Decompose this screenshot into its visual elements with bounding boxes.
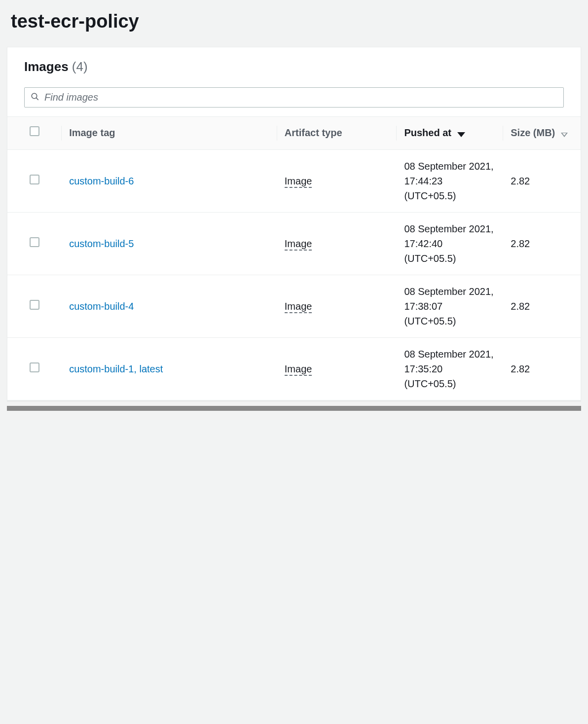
col-header-type[interactable]: Artifact type (277, 117, 397, 150)
panel-count: (4) (72, 59, 88, 74)
row-type-cell: Image (277, 149, 397, 212)
row-check-cell (7, 337, 61, 400)
row-pushed-cell: 08 September 2021, 17:38:07 (UTC+05.5) (396, 275, 503, 337)
select-all-checkbox[interactable] (30, 126, 39, 136)
artifact-type[interactable]: Image (285, 363, 312, 376)
col-header-pushed[interactable]: Pushed at (396, 117, 503, 150)
image-tag-link[interactable]: custom-build-5 (69, 238, 134, 249)
row-check-cell (7, 149, 61, 212)
row-tag-cell: custom-build-4 (61, 275, 277, 337)
table-row: custom-build-4 Image 08 September 2021, … (7, 275, 581, 337)
select-all-header (7, 117, 61, 150)
row-checkbox[interactable] (30, 300, 39, 310)
row-checkbox[interactable] (30, 237, 39, 247)
row-pushed-cell: 08 September 2021, 17:44:23 (UTC+05.5) (396, 149, 503, 212)
panel-header: Images (4) (7, 47, 581, 82)
table-header: Image tag Artifact type Pushed at Size (… (7, 117, 581, 150)
row-checkbox[interactable] (30, 175, 39, 184)
row-size-cell: 2.82 (503, 212, 581, 275)
images-table: Image tag Artifact type Pushed at Size (… (7, 116, 581, 400)
col-header-size[interactable]: Size (MB) (503, 117, 581, 150)
image-tag-link[interactable]: custom-build-4 (69, 301, 134, 312)
horizontal-scrollbar[interactable] (7, 406, 581, 411)
row-size-cell: 2.82 (503, 149, 581, 212)
row-tag-cell: custom-build-5 (61, 212, 277, 275)
artifact-type[interactable]: Image (285, 301, 312, 313)
svg-point-0 (32, 93, 37, 99)
search-wrap (7, 82, 581, 116)
search-box[interactable] (24, 87, 564, 108)
row-checkbox[interactable] (30, 362, 39, 372)
artifact-type[interactable]: Image (285, 238, 312, 251)
images-panel: Images (4) Image tag Arti (7, 47, 581, 401)
image-tag-link[interactable]: custom-build-1, latest (69, 363, 163, 374)
header-divider (396, 126, 397, 141)
row-tag-cell: custom-build-1, latest (61, 337, 277, 400)
table-row: custom-build-1, latest Image 08 Septembe… (7, 337, 581, 400)
col-header-tag[interactable]: Image tag (61, 117, 277, 150)
panel-title-text: Images (24, 59, 69, 74)
table-row: custom-build-5 Image 08 September 2021, … (7, 212, 581, 275)
header-divider (61, 126, 62, 141)
header-divider (277, 126, 277, 141)
row-check-cell (7, 212, 61, 275)
col-header-type-label: Artifact type (285, 127, 342, 138)
table-body: custom-build-6 Image 08 September 2021, … (7, 149, 581, 400)
table-row: custom-build-6 Image 08 September 2021, … (7, 149, 581, 212)
row-pushed-cell: 08 September 2021, 17:35:20 (UTC+05.5) (396, 337, 503, 400)
col-header-size-label: Size (MB) (511, 127, 555, 138)
row-type-cell: Image (277, 337, 397, 400)
svg-line-1 (37, 98, 38, 100)
artifact-type[interactable]: Image (285, 176, 312, 188)
row-type-cell: Image (277, 275, 397, 337)
panel-title: Images (4) (24, 59, 564, 74)
row-size-cell: 2.82 (503, 337, 581, 400)
row-size-cell: 2.82 (503, 275, 581, 337)
sort-icon (561, 127, 568, 141)
search-input[interactable] (44, 92, 557, 103)
search-icon (31, 92, 39, 103)
row-tag-cell: custom-build-6 (61, 149, 277, 212)
col-header-tag-label: Image tag (69, 127, 115, 138)
row-check-cell (7, 275, 61, 337)
page-title: test-ecr-policy (11, 11, 577, 32)
col-header-pushed-label: Pushed at (404, 127, 451, 138)
image-tag-link[interactable]: custom-build-6 (69, 176, 134, 186)
row-type-cell: Image (277, 212, 397, 275)
header-divider (503, 126, 503, 141)
sort-desc-icon (457, 127, 465, 141)
row-pushed-cell: 08 September 2021, 17:42:40 (UTC+05.5) (396, 212, 503, 275)
page-header: test-ecr-policy (0, 0, 588, 47)
